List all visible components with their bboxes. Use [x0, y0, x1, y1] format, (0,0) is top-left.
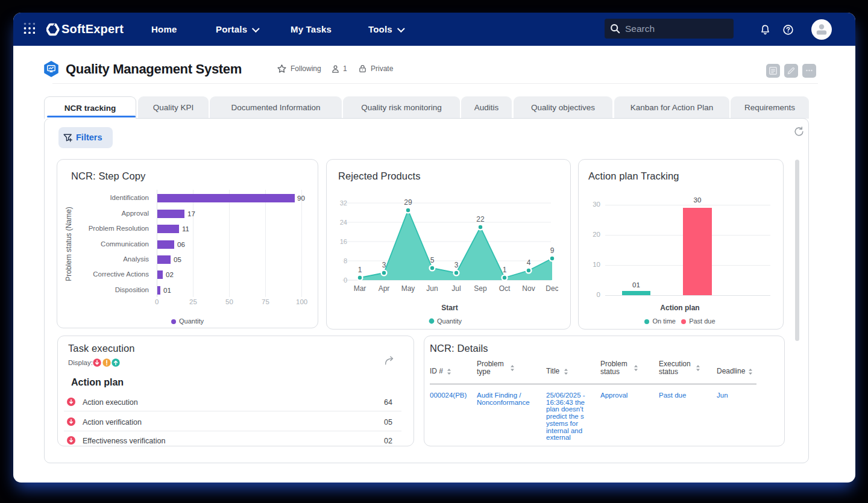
svg-text:Apr: Apr [379, 284, 390, 293]
svg-text:9: 9 [550, 246, 555, 255]
svg-text:Start: Start [441, 304, 458, 312]
svg-text:22: 22 [476, 215, 485, 223]
svg-text:May: May [401, 284, 415, 293]
svg-text:3: 3 [382, 261, 386, 269]
svg-text:Mar: Mar [354, 284, 366, 293]
svg-text:3: 3 [454, 261, 459, 269]
svg-text:8: 8 [344, 257, 347, 264]
svg-text:29: 29 [404, 198, 412, 207]
svg-text:24: 24 [340, 219, 347, 226]
svg-text:Jul: Jul [451, 284, 461, 293]
svg-text:Quantity: Quantity [437, 317, 462, 325]
svg-text:Nov: Nov [522, 284, 535, 293]
svg-text:Dec: Dec [546, 284, 558, 293]
svg-text:32: 32 [340, 199, 347, 207]
svg-text:0: 0 [344, 276, 347, 284]
svg-text:Jun: Jun [426, 284, 438, 293]
svg-text:1: 1 [358, 266, 362, 274]
svg-text:5: 5 [430, 256, 435, 264]
svg-text:16: 16 [340, 238, 347, 245]
svg-text:4: 4 [527, 258, 531, 267]
svg-text:Sep: Sep [474, 284, 487, 293]
svg-text:Oct: Oct [499, 284, 511, 293]
svg-text:1: 1 [503, 266, 507, 274]
